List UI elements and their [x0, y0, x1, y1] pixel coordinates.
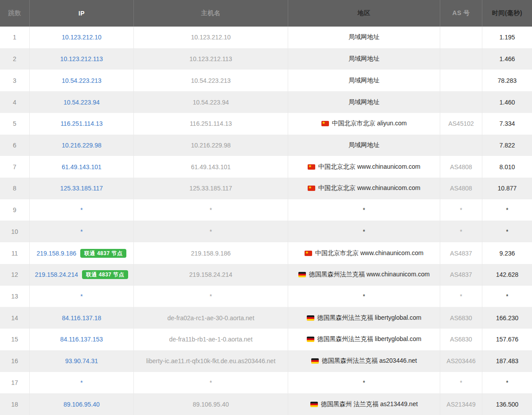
region-cell: 德国黑森州法兰克福 as203446.net — [288, 350, 440, 372]
ip-link[interactable]: 93.90.74.31 — [65, 357, 98, 365]
cn-flag-icon — [305, 251, 312, 256]
hop-cell: 1 — [0, 27, 30, 48]
latency-cell: 78.283 — [482, 70, 532, 91]
ip-link[interactable]: 10.54.223.94 — [63, 99, 100, 106]
hop-cell: 18 — [0, 393, 30, 415]
hostname-cell: * — [134, 286, 288, 307]
ip-cell: * — [30, 286, 134, 307]
hostname-cell: 10.54.223.94 — [134, 91, 288, 113]
column-header-time: 时间(毫秒) — [482, 0, 532, 27]
ip-cell: 219.158.24.214 联通 4837 节点 — [30, 264, 134, 286]
table-row: 1 10.123.212.10 10.123.212.10 局域网地址 1.19… — [0, 27, 532, 48]
asn-cell — [440, 27, 482, 48]
ip-cell: 116.251.114.13 — [30, 113, 134, 135]
hop-cell: 5 — [0, 113, 30, 135]
ip-link[interactable]: 10.54.223.213 — [62, 77, 102, 84]
latency-cell: * — [482, 199, 532, 221]
hop-cell: 4 — [0, 91, 30, 113]
latency-cell: 187.483 — [482, 350, 532, 372]
ip-link[interactable]: 89.106.95.40 — [63, 401, 100, 408]
ip-link[interactable]: 10.123.212.113 — [60, 55, 103, 62]
ip-link[interactable]: * — [80, 206, 82, 213]
table-row: 18 89.106.95.40 89.106.95.40 德国黑森州 法兰克福 … — [0, 393, 532, 415]
table-row: 8 125.33.185.117 125.33.185.117 中国北京北京 w… — [0, 178, 532, 199]
de-flag-icon — [310, 402, 318, 407]
cn-flag-icon — [321, 121, 329, 126]
ip-cell: * — [30, 372, 134, 394]
asn-cell — [440, 135, 482, 156]
hop-cell: 13 — [0, 286, 30, 307]
region-cell: 局域网地址 — [288, 48, 440, 70]
ip-cell: 10.54.223.94 — [30, 91, 134, 113]
hop-cell: 10 — [0, 221, 30, 242]
ip-link[interactable]: * — [80, 379, 82, 386]
ip-link[interactable]: 125.33.185.117 — [60, 185, 103, 192]
table-row: 13 * * * * * — [0, 286, 532, 307]
table-row: 12 219.158.24.214 联通 4837 节点 219.158.24.… — [0, 264, 532, 286]
hop-cell: 17 — [0, 372, 30, 394]
region-text: * — [363, 379, 365, 386]
ip-link[interactable]: 219.158.24.214 — [35, 271, 78, 278]
region-text: 中国北京北京 www.chinaunicom.com — [318, 163, 420, 171]
region-cell: * — [288, 372, 440, 394]
cn-flag-icon — [308, 186, 315, 191]
asn-cell: AS4808 — [440, 156, 482, 178]
hop-cell: 2 — [0, 48, 30, 70]
ip-link[interactable]: 10.216.229.98 — [62, 142, 102, 149]
latency-cell: 1.460 — [482, 91, 532, 113]
table-header-row: 跳数 IP 主机名 地区 AS 号 时间(毫秒) — [0, 0, 532, 27]
asn-cell: * — [440, 372, 482, 394]
region-text: 局域网地址 — [348, 55, 379, 63]
column-header-region: 地区 — [288, 0, 440, 27]
ip-link[interactable]: 84.116.137.18 — [62, 314, 102, 322]
hop-cell: 7 — [0, 156, 30, 178]
ip-cell: 89.106.95.40 — [30, 393, 134, 415]
table-row: 4 10.54.223.94 10.54.223.94 局域网地址 1.460 — [0, 91, 532, 113]
hostname-cell: de-fra11b-rb1-ae-1-0.aorta.net — [134, 329, 288, 350]
region-text: 局域网地址 — [348, 33, 379, 41]
latency-cell: 7.822 — [482, 135, 532, 156]
asn-cell: AS45102 — [440, 113, 482, 135]
ip-link[interactable]: * — [80, 228, 82, 235]
hostname-cell: 116.251.114.13 — [134, 113, 288, 135]
column-header-ip: IP — [30, 0, 134, 27]
ip-cell: 10.216.229.98 — [30, 135, 134, 156]
table-row: 14 84.116.137.18 de-fra02a-rc1-ae-30-0.a… — [0, 307, 532, 329]
hostname-cell: 125.33.185.117 — [134, 178, 288, 199]
region-cell: 德国黑森州 法兰克福 as213449.net — [288, 393, 440, 415]
asn-cell — [440, 48, 482, 70]
region-text: * — [363, 206, 365, 213]
latency-cell: 1.466 — [482, 48, 532, 70]
unicom-4837-node-badge: 联通 4837 节点 — [82, 270, 128, 279]
region-cell: 局域网地址 — [288, 27, 440, 48]
region-cell: 德国黑森州法兰克福 libertyglobal.com — [288, 307, 440, 329]
hostname-cell: de-fra02a-rc1-ae-30-0.aorta.net — [134, 307, 288, 329]
region-text: 德国黑森州法兰克福 as203446.net — [322, 357, 417, 365]
asn-cell: AS203446 — [440, 350, 482, 372]
ip-cell: 10.123.212.113 — [30, 48, 134, 70]
latency-cell: * — [482, 286, 532, 307]
table-row: 2 10.123.212.113 10.123.212.113 局域网地址 1.… — [0, 48, 532, 70]
latency-cell: 136.500 — [482, 393, 532, 415]
table-row: 15 84.116.137.153 de-fra11b-rb1-ae-1-0.a… — [0, 329, 532, 350]
region-text: 德国黑森州法兰克福 www.chinaunicom.com — [309, 271, 430, 279]
ip-link[interactable]: 219.158.9.186 — [37, 250, 77, 257]
ip-link[interactable]: 61.49.143.101 — [62, 163, 102, 171]
ip-link[interactable]: 10.123.212.10 — [62, 34, 102, 41]
table-row: 10 * * * * * — [0, 221, 532, 242]
ip-cell: * — [30, 199, 134, 221]
hostname-cell: 219.158.24.214 — [134, 264, 288, 286]
table-row: 9 * * * * * — [0, 199, 532, 221]
region-text: 中国北京市北京 www.chinaunicom.com — [315, 249, 423, 257]
ip-link[interactable]: 84.116.137.153 — [60, 336, 103, 343]
hostname-cell: 89.106.95.40 — [134, 393, 288, 415]
latency-cell: * — [482, 221, 532, 242]
latency-cell: 166.230 — [482, 307, 532, 329]
region-cell: 局域网地址 — [288, 91, 440, 113]
hop-cell: 8 — [0, 178, 30, 199]
latency-cell: 142.628 — [482, 264, 532, 286]
ip-link[interactable]: * — [80, 293, 82, 300]
hostname-cell: liberty-ic.ae11.rt-qfx10k-fkt.de.eu.as20… — [134, 350, 288, 372]
ip-link[interactable]: 116.251.114.13 — [60, 120, 102, 127]
table-row: 17 * * * * * — [0, 372, 532, 394]
